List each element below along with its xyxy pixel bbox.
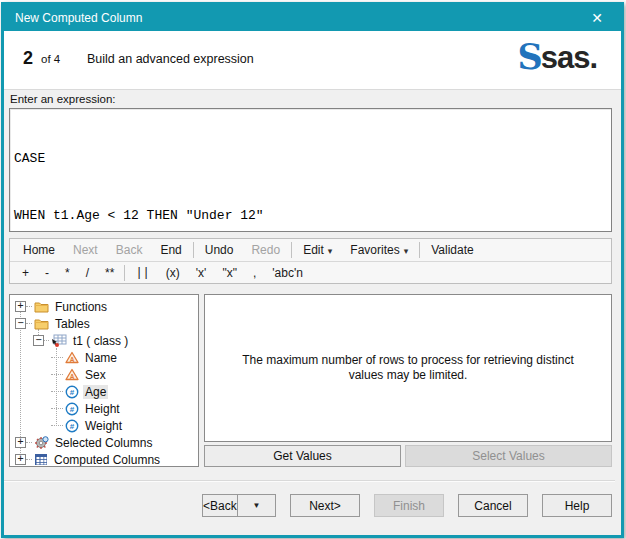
tree-connector [26, 323, 32, 324]
validate-button[interactable]: Validate [422, 243, 482, 257]
finish-button: Finish [374, 494, 444, 517]
help-button[interactable]: Help [542, 494, 612, 517]
numeric-column-icon: # [65, 402, 79, 416]
svg-text:#: # [70, 388, 75, 397]
wizard-footer: <Back ▼ Next> Finish Cancel Help [202, 494, 612, 517]
tree-connector [26, 442, 32, 443]
tree-connector [51, 374, 63, 375]
toolbar-separator [193, 242, 194, 258]
cancel-button[interactable]: Cancel [458, 494, 528, 517]
character-column-icon: A [65, 351, 79, 364]
back-dropdown-icon[interactable]: ▼ [237, 494, 276, 517]
expression-editor[interactable]: CASE WHEN t1.Age < 12 THEN "Under 12" WH… [9, 108, 612, 232]
expression-line: CASE [14, 149, 607, 168]
collapse-icon[interactable]: − [15, 318, 26, 329]
tree-connector [51, 408, 63, 409]
end-button[interactable]: End [151, 243, 190, 257]
close-icon[interactable]: ✕ [583, 5, 611, 31]
expand-icon[interactable]: + [15, 454, 26, 465]
operator-double-quote-button[interactable]: "x" [214, 266, 245, 280]
tree-item-label: Weight [83, 419, 124, 433]
wizard-header: 2 of 4 Build an advanced expression S sa… [4, 31, 621, 90]
svg-text:#: # [70, 422, 75, 431]
tree-connector [51, 357, 63, 358]
tree-item-label: Tables [53, 317, 92, 331]
tree-connector [51, 391, 63, 392]
collapse-icon[interactable]: − [33, 335, 44, 346]
title-bar[interactable]: New Computed Column ✕ [4, 5, 621, 31]
edit-menu-label: Edit [303, 243, 324, 257]
undo-button[interactable]: Undo [196, 243, 243, 257]
operator-parens-button[interactable]: (x) [158, 266, 188, 280]
tree-item-tables[interactable]: − Tables [10, 315, 198, 332]
operator-divide-button[interactable]: / [78, 266, 97, 280]
expression-line: WHEN t1.Age < 12 THEN "Under 12" [14, 206, 607, 225]
tree-item-label: Computed Columns [52, 453, 162, 467]
expression-label: Enter an expression: [10, 93, 115, 105]
home-button[interactable]: Home [14, 243, 64, 257]
svg-text:A: A [70, 356, 75, 363]
page-title: Build an advanced expression [87, 52, 254, 66]
window-title: New Computed Column [4, 11, 142, 25]
expand-icon[interactable]: + [15, 437, 26, 448]
dialog-body: Enter an expression: CASE WHEN t1.Age < … [4, 90, 621, 535]
expand-icon[interactable]: + [15, 301, 26, 312]
toolbar-separator [124, 265, 125, 281]
sas-logo-text: sas. [541, 42, 597, 74]
tree-item-label: Name [83, 351, 119, 365]
get-values-button[interactable]: Get Values [204, 445, 401, 467]
tree-item-label: Selected Columns [53, 436, 154, 450]
footer-divider [4, 480, 615, 482]
edit-menu-button[interactable]: Edit▾ [294, 243, 341, 257]
operator-toolbar-row: + - * / ** || (x) 'x' "x" , 'abc'n [10, 262, 611, 284]
distinct-values-panel: The maximum number of rows to process fo… [204, 294, 612, 442]
select-values-button: Select Values [405, 445, 612, 467]
back-button[interactable]: <Back [202, 494, 237, 517]
operator-power-button[interactable]: ** [97, 266, 122, 280]
tree-connector [51, 425, 63, 426]
toolbar-separator [291, 242, 292, 258]
next-button[interactable]: Next> [290, 494, 360, 517]
sas-logo: S sas. [517, 40, 597, 74]
next-caret-button: Next [64, 243, 107, 257]
numeric-column-icon: # [65, 385, 79, 399]
tree-item-t1-table[interactable]: − t1 ( class ) [10, 332, 198, 349]
tree-connector [26, 306, 32, 307]
operator-name-literal-button[interactable]: 'abc'n [264, 266, 311, 280]
tree-item-column-sex[interactable]: A Sex [10, 366, 198, 383]
sas-logo-mark: S [517, 40, 540, 74]
chevron-down-icon: ▾ [328, 246, 333, 256]
tree-item-label: t1 ( class ) [71, 334, 130, 348]
tree-item-label: Age [83, 385, 108, 399]
back-split-button[interactable]: <Back ▼ [202, 494, 276, 517]
operator-single-quote-button[interactable]: 'x' [188, 266, 215, 280]
tree-item-column-age[interactable]: # Age [10, 383, 198, 400]
favorites-menu-button[interactable]: Favorites▾ [341, 243, 417, 257]
operator-minus-button[interactable]: - [37, 266, 57, 280]
operator-multiply-button[interactable]: * [57, 266, 78, 280]
operator-comma-button[interactable]: , [245, 266, 264, 280]
svg-text:#: # [70, 405, 75, 414]
tree-item-label: Height [83, 402, 122, 416]
folder-icon [34, 301, 49, 313]
tree-item-computed-columns[interactable]: + Computed Columns [10, 451, 198, 467]
expression-toolbar: Home Next Back End Undo Redo Edit▾ Favor… [9, 238, 612, 284]
chevron-down-icon: ▾ [404, 246, 409, 256]
svg-text:A: A [70, 373, 75, 380]
tree-item-column-height[interactable]: # Height [10, 400, 198, 417]
computed-grid-icon [34, 453, 48, 466]
tree-item-column-name[interactable]: A Name [10, 349, 198, 366]
favorites-menu-label: Favorites [350, 243, 399, 257]
tree-connector [26, 459, 32, 460]
expression-elements-tree[interactable]: + Functions − Tables − [9, 294, 199, 467]
tree-item-selected-columns[interactable]: + Selected Columns [10, 434, 198, 451]
tree-item-column-weight[interactable]: # Weight [10, 417, 198, 434]
toolbar-separator [419, 242, 420, 258]
operator-concat-button[interactable]: || [127, 266, 157, 280]
character-column-icon: A [65, 368, 79, 381]
tree-item-label: Functions [53, 300, 109, 314]
operator-plus-button[interactable]: + [14, 266, 37, 280]
dialog-window: New Computed Column ✕ 2 of 4 Build an ad… [1, 2, 624, 538]
redo-button: Redo [242, 243, 289, 257]
tree-item-functions[interactable]: + Functions [10, 298, 198, 315]
